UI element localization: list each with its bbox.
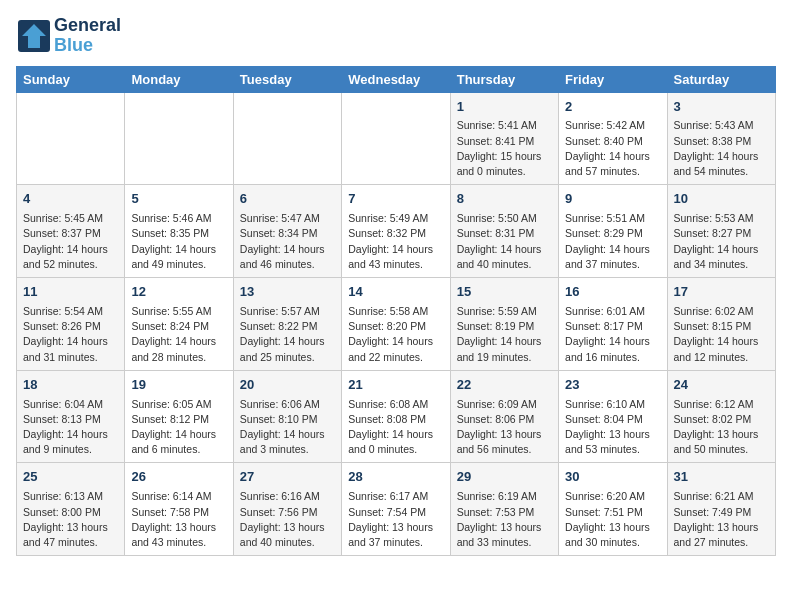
day-number: 1: [457, 98, 552, 117]
weekday-header-saturday: Saturday: [667, 66, 775, 92]
header: General Blue: [16, 16, 776, 56]
day-number: 13: [240, 283, 335, 302]
day-info: Sunrise: 5:54 AMSunset: 8:26 PMDaylight:…: [23, 304, 118, 365]
day-number: 19: [131, 376, 226, 395]
day-info: Sunrise: 6:01 AMSunset: 8:17 PMDaylight:…: [565, 304, 660, 365]
day-info: Sunrise: 5:58 AMSunset: 8:20 PMDaylight:…: [348, 304, 443, 365]
day-info: Sunrise: 6:13 AMSunset: 8:00 PMDaylight:…: [23, 489, 118, 550]
calendar-cell-week1-day4: [342, 92, 450, 185]
day-info: Sunrise: 5:45 AMSunset: 8:37 PMDaylight:…: [23, 211, 118, 272]
day-number: 25: [23, 468, 118, 487]
day-info: Sunrise: 6:06 AMSunset: 8:10 PMDaylight:…: [240, 397, 335, 458]
day-info: Sunrise: 6:16 AMSunset: 7:56 PMDaylight:…: [240, 489, 335, 550]
day-number: 11: [23, 283, 118, 302]
day-info: Sunrise: 6:09 AMSunset: 8:06 PMDaylight:…: [457, 397, 552, 458]
weekday-header-tuesday: Tuesday: [233, 66, 341, 92]
weekday-header-sunday: Sunday: [17, 66, 125, 92]
day-number: 20: [240, 376, 335, 395]
day-info: Sunrise: 5:55 AMSunset: 8:24 PMDaylight:…: [131, 304, 226, 365]
calendar-cell-week1-day2: [125, 92, 233, 185]
weekday-header-wednesday: Wednesday: [342, 66, 450, 92]
day-number: 31: [674, 468, 769, 487]
day-info: Sunrise: 6:21 AMSunset: 7:49 PMDaylight:…: [674, 489, 769, 550]
weekday-header-friday: Friday: [559, 66, 667, 92]
day-number: 27: [240, 468, 335, 487]
day-number: 15: [457, 283, 552, 302]
calendar-cell-week4-day5: 22Sunrise: 6:09 AMSunset: 8:06 PMDayligh…: [450, 370, 558, 463]
day-info: Sunrise: 6:04 AMSunset: 8:13 PMDaylight:…: [23, 397, 118, 458]
day-number: 12: [131, 283, 226, 302]
day-info: Sunrise: 5:51 AMSunset: 8:29 PMDaylight:…: [565, 211, 660, 272]
day-number: 21: [348, 376, 443, 395]
day-number: 7: [348, 190, 443, 209]
calendar-cell-week4-day1: 18Sunrise: 6:04 AMSunset: 8:13 PMDayligh…: [17, 370, 125, 463]
day-info: Sunrise: 6:05 AMSunset: 8:12 PMDaylight:…: [131, 397, 226, 458]
day-info: Sunrise: 6:17 AMSunset: 7:54 PMDaylight:…: [348, 489, 443, 550]
weekday-header-monday: Monday: [125, 66, 233, 92]
calendar-cell-week5-day5: 29Sunrise: 6:19 AMSunset: 7:53 PMDayligh…: [450, 463, 558, 556]
calendar-cell-week3-day1: 11Sunrise: 5:54 AMSunset: 8:26 PMDayligh…: [17, 278, 125, 371]
day-info: Sunrise: 5:57 AMSunset: 8:22 PMDaylight:…: [240, 304, 335, 365]
calendar-cell-week5-day4: 28Sunrise: 6:17 AMSunset: 7:54 PMDayligh…: [342, 463, 450, 556]
day-info: Sunrise: 6:10 AMSunset: 8:04 PMDaylight:…: [565, 397, 660, 458]
calendar-cell-week5-day6: 30Sunrise: 6:20 AMSunset: 7:51 PMDayligh…: [559, 463, 667, 556]
day-info: Sunrise: 5:41 AMSunset: 8:41 PMDaylight:…: [457, 118, 552, 179]
calendar-cell-week1-day7: 3Sunrise: 5:43 AMSunset: 8:38 PMDaylight…: [667, 92, 775, 185]
day-number: 3: [674, 98, 769, 117]
logo: General Blue: [16, 16, 121, 56]
calendar-cell-week3-day5: 15Sunrise: 5:59 AMSunset: 8:19 PMDayligh…: [450, 278, 558, 371]
calendar-cell-week4-day4: 21Sunrise: 6:08 AMSunset: 8:08 PMDayligh…: [342, 370, 450, 463]
calendar-cell-week2-day1: 4Sunrise: 5:45 AMSunset: 8:37 PMDaylight…: [17, 185, 125, 278]
day-number: 26: [131, 468, 226, 487]
day-info: Sunrise: 6:20 AMSunset: 7:51 PMDaylight:…: [565, 489, 660, 550]
day-info: Sunrise: 5:47 AMSunset: 8:34 PMDaylight:…: [240, 211, 335, 272]
calendar-cell-week2-day6: 9Sunrise: 5:51 AMSunset: 8:29 PMDaylight…: [559, 185, 667, 278]
calendar-cell-week3-day7: 17Sunrise: 6:02 AMSunset: 8:15 PMDayligh…: [667, 278, 775, 371]
calendar-cell-week4-day6: 23Sunrise: 6:10 AMSunset: 8:04 PMDayligh…: [559, 370, 667, 463]
day-number: 30: [565, 468, 660, 487]
day-number: 14: [348, 283, 443, 302]
day-info: Sunrise: 5:59 AMSunset: 8:19 PMDaylight:…: [457, 304, 552, 365]
day-number: 17: [674, 283, 769, 302]
day-info: Sunrise: 6:08 AMSunset: 8:08 PMDaylight:…: [348, 397, 443, 458]
calendar-cell-week3-day2: 12Sunrise: 5:55 AMSunset: 8:24 PMDayligh…: [125, 278, 233, 371]
day-info: Sunrise: 6:19 AMSunset: 7:53 PMDaylight:…: [457, 489, 552, 550]
day-number: 16: [565, 283, 660, 302]
weekday-header-thursday: Thursday: [450, 66, 558, 92]
calendar-cell-week1-day1: [17, 92, 125, 185]
day-info: Sunrise: 5:46 AMSunset: 8:35 PMDaylight:…: [131, 211, 226, 272]
day-number: 9: [565, 190, 660, 209]
day-number: 24: [674, 376, 769, 395]
calendar-cell-week4-day7: 24Sunrise: 6:12 AMSunset: 8:02 PMDayligh…: [667, 370, 775, 463]
day-number: 8: [457, 190, 552, 209]
day-number: 23: [565, 376, 660, 395]
calendar-cell-week1-day6: 2Sunrise: 5:42 AMSunset: 8:40 PMDaylight…: [559, 92, 667, 185]
calendar-table: SundayMondayTuesdayWednesdayThursdayFrid…: [16, 66, 776, 557]
calendar-cell-week5-day2: 26Sunrise: 6:14 AMSunset: 7:58 PMDayligh…: [125, 463, 233, 556]
day-number: 6: [240, 190, 335, 209]
day-info: Sunrise: 6:02 AMSunset: 8:15 PMDaylight:…: [674, 304, 769, 365]
day-info: Sunrise: 5:53 AMSunset: 8:27 PMDaylight:…: [674, 211, 769, 272]
day-number: 5: [131, 190, 226, 209]
calendar-cell-week3-day6: 16Sunrise: 6:01 AMSunset: 8:17 PMDayligh…: [559, 278, 667, 371]
calendar-cell-week5-day1: 25Sunrise: 6:13 AMSunset: 8:00 PMDayligh…: [17, 463, 125, 556]
calendar-cell-week2-day5: 8Sunrise: 5:50 AMSunset: 8:31 PMDaylight…: [450, 185, 558, 278]
calendar-cell-week5-day7: 31Sunrise: 6:21 AMSunset: 7:49 PMDayligh…: [667, 463, 775, 556]
day-number: 2: [565, 98, 660, 117]
day-info: Sunrise: 5:50 AMSunset: 8:31 PMDaylight:…: [457, 211, 552, 272]
day-number: 4: [23, 190, 118, 209]
calendar-cell-week2-day3: 6Sunrise: 5:47 AMSunset: 8:34 PMDaylight…: [233, 185, 341, 278]
calendar-cell-week3-day4: 14Sunrise: 5:58 AMSunset: 8:20 PMDayligh…: [342, 278, 450, 371]
day-info: Sunrise: 6:14 AMSunset: 7:58 PMDaylight:…: [131, 489, 226, 550]
calendar-cell-week1-day5: 1Sunrise: 5:41 AMSunset: 8:41 PMDaylight…: [450, 92, 558, 185]
calendar-cell-week2-day2: 5Sunrise: 5:46 AMSunset: 8:35 PMDaylight…: [125, 185, 233, 278]
calendar-cell-week3-day3: 13Sunrise: 5:57 AMSunset: 8:22 PMDayligh…: [233, 278, 341, 371]
day-info: Sunrise: 5:43 AMSunset: 8:38 PMDaylight:…: [674, 118, 769, 179]
calendar-cell-week1-day3: [233, 92, 341, 185]
calendar-cell-week5-day3: 27Sunrise: 6:16 AMSunset: 7:56 PMDayligh…: [233, 463, 341, 556]
day-number: 28: [348, 468, 443, 487]
day-number: 10: [674, 190, 769, 209]
calendar-cell-week4-day3: 20Sunrise: 6:06 AMSunset: 8:10 PMDayligh…: [233, 370, 341, 463]
logo-general: General: [54, 16, 121, 36]
day-number: 18: [23, 376, 118, 395]
